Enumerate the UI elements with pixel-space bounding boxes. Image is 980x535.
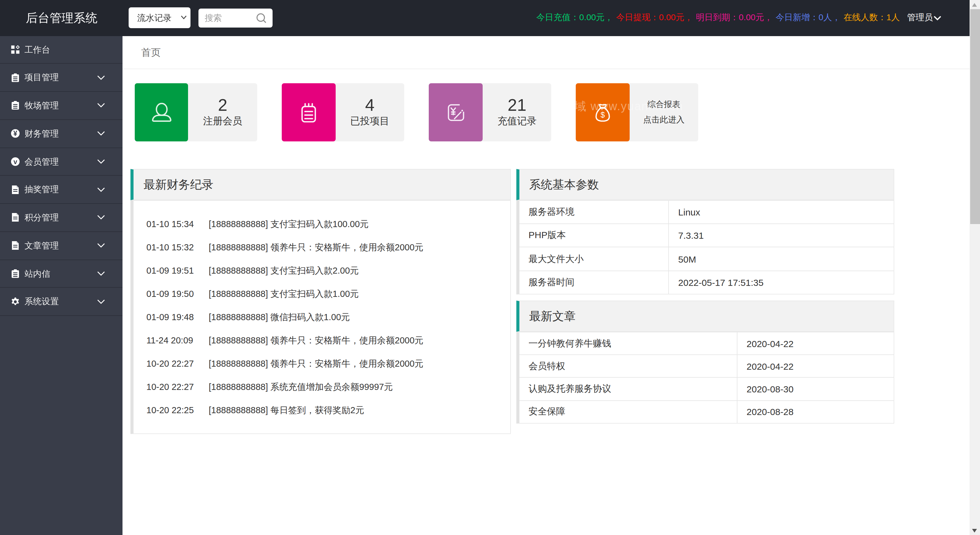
- svg-text:¥: ¥: [13, 129, 18, 137]
- svg-text:v: v: [13, 158, 18, 165]
